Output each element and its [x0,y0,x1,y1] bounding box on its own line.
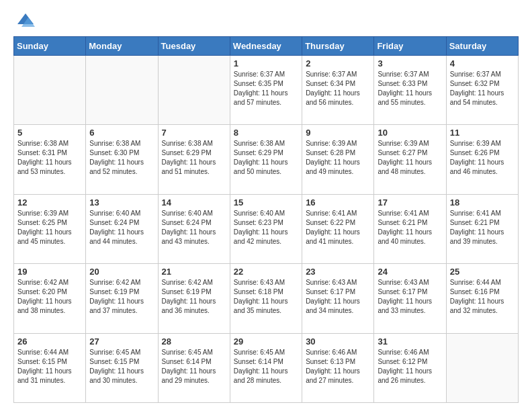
calendar-cell: 28Sunrise: 6:45 AMSunset: 6:14 PMDayligh… [158,333,230,402]
calendar-cell: 15Sunrise: 6:40 AMSunset: 6:23 PMDayligh… [230,194,302,263]
calendar-cell: 3Sunrise: 6:37 AMSunset: 6:33 PMDaylight… [374,56,446,125]
calendar-cell: 20Sunrise: 6:42 AMSunset: 6:19 PMDayligh… [86,264,158,333]
day-number: 19 [17,267,82,277]
weekday-header-row: SundayMondayTuesdayWednesdayThursdayFrid… [14,37,519,56]
day-number: 15 [234,197,298,208]
calendar-cell: 12Sunrise: 6:39 AMSunset: 6:25 PMDayligh… [14,194,86,263]
day-number: 14 [162,197,226,208]
day-number: 11 [450,128,515,138]
day-info: Sunrise: 6:38 AMSunset: 6:29 PMDaylight:… [162,139,226,177]
weekday-header-sunday: Sunday [14,37,86,56]
week-row-0: 1Sunrise: 6:37 AMSunset: 6:35 PMDaylight… [14,56,519,125]
calendar-cell [446,333,518,402]
calendar-cell: 7Sunrise: 6:38 AMSunset: 6:29 PMDaylight… [158,125,230,194]
calendar-cell: 19Sunrise: 6:42 AMSunset: 6:20 PMDayligh… [14,264,86,333]
logo [13,11,35,30]
day-number: 3 [378,58,442,68]
calendar-cell [14,56,86,125]
calendar-cell: 13Sunrise: 6:40 AMSunset: 6:24 PMDayligh… [86,194,158,263]
day-info: Sunrise: 6:42 AMSunset: 6:20 PMDaylight:… [17,278,82,316]
day-info: Sunrise: 6:44 AMSunset: 6:16 PMDaylight:… [450,278,515,316]
page: SundayMondayTuesdayWednesdayThursdayFrid… [0,0,532,411]
calendar-cell: 30Sunrise: 6:46 AMSunset: 6:13 PMDayligh… [302,333,374,402]
calendar-cell: 8Sunrise: 6:38 AMSunset: 6:29 PMDaylight… [230,125,302,194]
day-number: 26 [17,336,82,347]
calendar-cell: 9Sunrise: 6:39 AMSunset: 6:28 PMDaylight… [302,125,374,194]
day-number: 31 [378,336,442,347]
calendar-cell [158,56,230,125]
day-number: 18 [450,197,515,208]
calendar-cell: 11Sunrise: 6:39 AMSunset: 6:26 PMDayligh… [446,125,518,194]
day-number: 16 [306,197,370,208]
day-info: Sunrise: 6:38 AMSunset: 6:30 PMDaylight:… [89,139,154,177]
logo-icon [16,11,35,30]
day-number: 8 [234,128,298,138]
calendar-cell: 31Sunrise: 6:46 AMSunset: 6:12 PMDayligh… [374,333,446,402]
header [13,11,519,30]
day-number: 24 [378,267,442,277]
calendar-cell: 17Sunrise: 6:41 AMSunset: 6:21 PMDayligh… [374,194,446,263]
day-info: Sunrise: 6:43 AMSunset: 6:17 PMDaylight:… [378,278,442,316]
day-number: 29 [234,336,298,347]
calendar-cell: 14Sunrise: 6:40 AMSunset: 6:24 PMDayligh… [158,194,230,263]
week-row-4: 26Sunrise: 6:44 AMSunset: 6:15 PMDayligh… [14,333,519,402]
day-info: Sunrise: 6:40 AMSunset: 6:23 PMDaylight:… [234,209,298,246]
day-info: Sunrise: 6:43 AMSunset: 6:18 PMDaylight:… [234,278,298,316]
day-info: Sunrise: 6:37 AMSunset: 6:34 PMDaylight:… [306,70,370,107]
calendar-cell: 25Sunrise: 6:44 AMSunset: 6:16 PMDayligh… [446,264,518,333]
day-info: Sunrise: 6:37 AMSunset: 6:33 PMDaylight:… [378,70,442,107]
calendar-cell: 6Sunrise: 6:38 AMSunset: 6:30 PMDaylight… [86,125,158,194]
day-number: 17 [378,197,442,208]
calendar-cell: 21Sunrise: 6:42 AMSunset: 6:19 PMDayligh… [158,264,230,333]
calendar-cell: 1Sunrise: 6:37 AMSunset: 6:35 PMDaylight… [230,56,302,125]
weekday-header-monday: Monday [86,37,158,56]
week-row-2: 12Sunrise: 6:39 AMSunset: 6:25 PMDayligh… [14,194,519,263]
day-info: Sunrise: 6:42 AMSunset: 6:19 PMDaylight:… [89,278,154,316]
calendar-table: SundayMondayTuesdayWednesdayThursdayFrid… [13,36,519,403]
calendar-cell: 23Sunrise: 6:43 AMSunset: 6:17 PMDayligh… [302,264,374,333]
day-info: Sunrise: 6:39 AMSunset: 6:28 PMDaylight:… [306,139,370,177]
day-number: 7 [162,128,226,138]
day-info: Sunrise: 6:40 AMSunset: 6:24 PMDaylight:… [162,209,226,246]
day-number: 13 [89,197,154,208]
day-number: 22 [234,267,298,277]
weekday-header-friday: Friday [374,37,446,56]
calendar-cell: 4Sunrise: 6:37 AMSunset: 6:32 PMDaylight… [446,56,518,125]
day-number: 2 [306,58,370,68]
day-number: 23 [306,267,370,277]
calendar-cell: 2Sunrise: 6:37 AMSunset: 6:34 PMDaylight… [302,56,374,125]
day-number: 4 [450,58,515,68]
day-number: 1 [234,58,298,68]
day-info: Sunrise: 6:44 AMSunset: 6:15 PMDaylight:… [17,348,82,385]
day-info: Sunrise: 6:45 AMSunset: 6:14 PMDaylight:… [162,348,226,385]
day-number: 25 [450,267,515,277]
day-info: Sunrise: 6:41 AMSunset: 6:21 PMDaylight:… [450,209,515,246]
day-number: 20 [89,267,154,277]
day-info: Sunrise: 6:45 AMSunset: 6:14 PMDaylight:… [234,348,298,385]
calendar-cell: 18Sunrise: 6:41 AMSunset: 6:21 PMDayligh… [446,194,518,263]
day-number: 6 [89,128,154,138]
day-info: Sunrise: 6:46 AMSunset: 6:13 PMDaylight:… [306,348,370,385]
day-number: 12 [17,197,82,208]
calendar-cell: 16Sunrise: 6:41 AMSunset: 6:22 PMDayligh… [302,194,374,263]
day-info: Sunrise: 6:39 AMSunset: 6:25 PMDaylight:… [17,209,82,246]
day-number: 5 [17,128,82,138]
day-number: 10 [378,128,442,138]
day-info: Sunrise: 6:37 AMSunset: 6:35 PMDaylight:… [234,70,298,107]
day-number: 30 [306,336,370,347]
calendar-cell: 22Sunrise: 6:43 AMSunset: 6:18 PMDayligh… [230,264,302,333]
week-row-3: 19Sunrise: 6:42 AMSunset: 6:20 PMDayligh… [14,264,519,333]
day-info: Sunrise: 6:39 AMSunset: 6:26 PMDaylight:… [450,139,515,177]
day-number: 28 [162,336,226,347]
calendar-cell: 24Sunrise: 6:43 AMSunset: 6:17 PMDayligh… [374,264,446,333]
calendar-cell [86,56,158,125]
day-number: 27 [89,336,154,347]
day-info: Sunrise: 6:46 AMSunset: 6:12 PMDaylight:… [378,348,442,385]
day-info: Sunrise: 6:45 AMSunset: 6:15 PMDaylight:… [89,348,154,385]
day-info: Sunrise: 6:37 AMSunset: 6:32 PMDaylight:… [450,70,515,107]
calendar-cell: 5Sunrise: 6:38 AMSunset: 6:31 PMDaylight… [14,125,86,194]
calendar-cell: 26Sunrise: 6:44 AMSunset: 6:15 PMDayligh… [14,333,86,402]
day-info: Sunrise: 6:40 AMSunset: 6:24 PMDaylight:… [89,209,154,246]
day-info: Sunrise: 6:39 AMSunset: 6:27 PMDaylight:… [378,139,442,177]
calendar-cell: 29Sunrise: 6:45 AMSunset: 6:14 PMDayligh… [230,333,302,402]
